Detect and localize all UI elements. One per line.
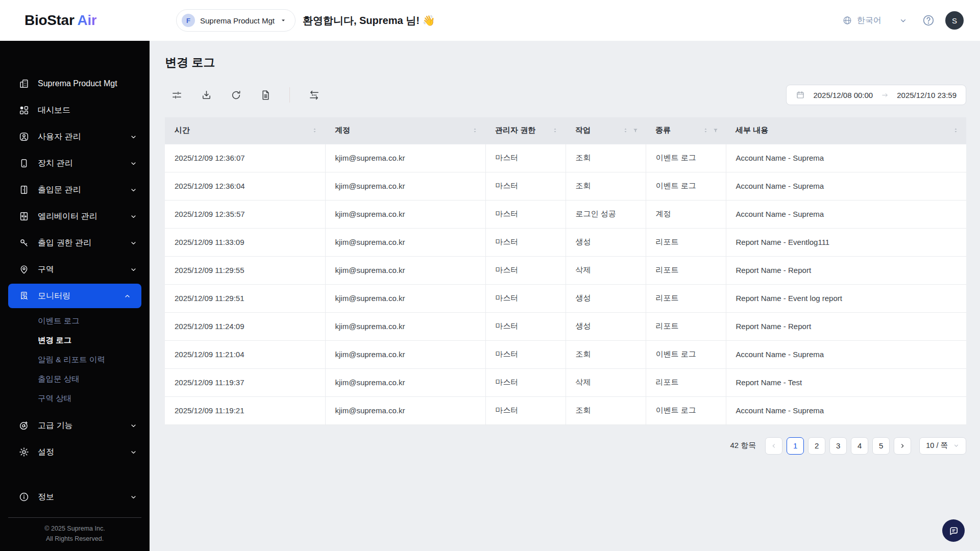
column-header[interactable]: 세부 내용 [726, 117, 966, 144]
sidebar-item-info[interactable]: 정보 [0, 484, 150, 510]
page-button-4[interactable]: 4 [851, 437, 868, 455]
column-label: 작업 [575, 126, 591, 135]
table-row: 2025/12/09 12:36:07kjim@suprema.co.kr마스터… [165, 144, 966, 172]
sidebar-item-label: 엘리베이터 관리 [38, 211, 121, 222]
calendar-icon [796, 90, 805, 99]
table-cell: 리포트 [646, 312, 726, 340]
next-page-button[interactable] [894, 437, 911, 455]
total-count: 42 항목 [730, 441, 756, 450]
sidebar-item-device-management[interactable]: 장치 관리 [0, 150, 150, 177]
sidebar-item-access-permission[interactable]: 출입 권한 관리 [0, 230, 150, 256]
date-range-picker[interactable]: 2025/12/08 00:00 2025/12/10 23:59 [786, 85, 966, 105]
table-cell: 마스터 [485, 312, 566, 340]
dashboard-icon [18, 105, 30, 116]
filter-settings-button[interactable] [165, 85, 188, 105]
page-button-3[interactable]: 3 [829, 437, 847, 455]
sidebar-item-zone[interactable]: 구역 [0, 256, 150, 283]
copyright-line1: © 2025 Suprema Inc. [0, 524, 150, 534]
chevron-down-icon[interactable] [899, 16, 908, 25]
download-button[interactable] [194, 85, 218, 105]
elevator-icon [18, 211, 30, 222]
sidebar-item-label: 정보 [38, 492, 121, 503]
refresh-button[interactable] [224, 85, 248, 105]
sidebar-item-label: Suprema Product Mgt [38, 79, 137, 88]
sort-icon[interactable] [622, 127, 629, 134]
sidebar-item-label: 대시보드 [38, 105, 137, 116]
table-cell: Account Name - Suprema [726, 172, 966, 200]
sort-icon[interactable] [472, 127, 478, 134]
sidebar-item-elevator-management[interactable]: 엘리베이터 관리 [0, 203, 150, 230]
page-button-2[interactable]: 2 [808, 437, 825, 455]
organization-selector[interactable]: F Suprema Product Mgt [176, 9, 296, 32]
app-logo: BioStarAir [24, 12, 150, 29]
user-icon [18, 131, 30, 142]
table-cell: 조회 [566, 396, 646, 424]
table-row: 2025/12/09 11:19:21kjim@suprema.co.kr마스터… [165, 396, 966, 424]
app-header: BioStarAir F Suprema Product Mgt 환영합니다, … [0, 0, 980, 41]
prev-page-button[interactable] [765, 437, 782, 455]
sort-icon[interactable] [702, 127, 709, 134]
table-cell: Report Name - Test [726, 368, 966, 396]
column-header[interactable]: 계정 [325, 117, 485, 144]
table-cell: 리포트 [646, 368, 726, 396]
sidebar-item-suprema-product-mgt[interactable]: Suprema Product Mgt [0, 70, 150, 97]
table-cell: 리포트 [646, 256, 726, 284]
copyright: © 2025 Suprema Inc. All Rights Reserved. [0, 524, 150, 551]
page-button-1[interactable]: 1 [787, 437, 804, 455]
sidebar-subitem-door-status[interactable]: 출입문 상태 [0, 369, 150, 389]
table-row: 2025/12/09 11:29:55kjim@suprema.co.kr마스터… [165, 256, 966, 284]
chevron-down-icon [130, 160, 137, 167]
sidebar-subitem-zone-status[interactable]: 구역 상태 [0, 389, 150, 408]
column-header[interactable]: 관리자 권한 [485, 117, 566, 144]
sidebar-item-label: 구역 [38, 264, 121, 275]
sidebar-subitem-alert-report-history[interactable]: 알림 & 리포트 이력 [0, 350, 150, 369]
table-cell: Report Name - Report [726, 312, 966, 340]
sidebar-item-settings[interactable]: 설정 [0, 439, 150, 465]
column-label: 관리자 권한 [495, 126, 535, 135]
alpha-plus-icon [18, 420, 30, 431]
table-cell: kjim@suprema.co.kr [325, 256, 485, 284]
sidebar-subitem-event-log[interactable]: 이벤트 로그 [0, 311, 150, 331]
table-cell: kjim@suprema.co.kr [325, 200, 485, 228]
chevron-down-icon [130, 239, 137, 247]
table-cell: 리포트 [646, 284, 726, 312]
table-cell: 마스터 [485, 256, 566, 284]
table-cell: 계정 [646, 200, 726, 228]
column-header[interactable]: 작업 [566, 117, 646, 144]
date-from: 2025/12/08 00:00 [813, 91, 873, 99]
table-row: 2025/12/09 11:24:09kjim@suprema.co.kr마스터… [165, 312, 966, 340]
sidebar-item-advanced-features[interactable]: 고급 기능 [0, 412, 150, 439]
sort-icon[interactable] [552, 127, 558, 134]
language-selector[interactable]: 한국어 [842, 15, 881, 26]
sort-icon[interactable] [952, 127, 959, 134]
column-header[interactable]: 종류 [646, 117, 726, 144]
help-icon[interactable] [922, 14, 935, 27]
sidebar-subitem-change-log[interactable]: 변경 로그 [0, 331, 150, 350]
sidebar-item-monitoring[interactable]: 모니터링 [8, 284, 141, 308]
toolbar-divider [289, 87, 290, 103]
table-cell: 마스터 [485, 340, 566, 368]
column-settings-button[interactable] [302, 85, 326, 105]
table-cell: 이벤트 로그 [646, 144, 726, 172]
chevron-down-icon [130, 448, 137, 456]
date-to: 2025/12/10 23:59 [897, 91, 957, 99]
gear-icon [18, 446, 30, 458]
column-header[interactable]: 시간 [165, 117, 325, 144]
table-cell: 이벤트 로그 [646, 172, 726, 200]
table-cell: 생성 [566, 284, 646, 312]
sidebar-item-dashboard[interactable]: 대시보드 [0, 97, 150, 123]
avatar[interactable]: S [945, 11, 964, 30]
sidebar-item-user-management[interactable]: 사용자 관리 [0, 123, 150, 150]
filter-icon[interactable] [713, 128, 719, 134]
column-label: 세부 내용 [736, 126, 768, 135]
page-button-5[interactable]: 5 [872, 437, 890, 455]
sidebar-item-door-management[interactable]: 출입문 관리 [0, 177, 150, 203]
table-row: 2025/12/09 12:35:57kjim@suprema.co.kr마스터… [165, 200, 966, 228]
chevron-down-icon [953, 442, 960, 449]
chat-button[interactable] [942, 519, 965, 542]
page-size-select[interactable]: 10 / 쪽 [919, 437, 966, 455]
main-content: 변경 로그 2025/12/08 00:00 2025/12/10 23:59 … [150, 41, 980, 551]
report-button[interactable] [254, 85, 277, 105]
filter-icon[interactable] [632, 128, 639, 134]
sort-icon[interactable] [311, 127, 318, 134]
